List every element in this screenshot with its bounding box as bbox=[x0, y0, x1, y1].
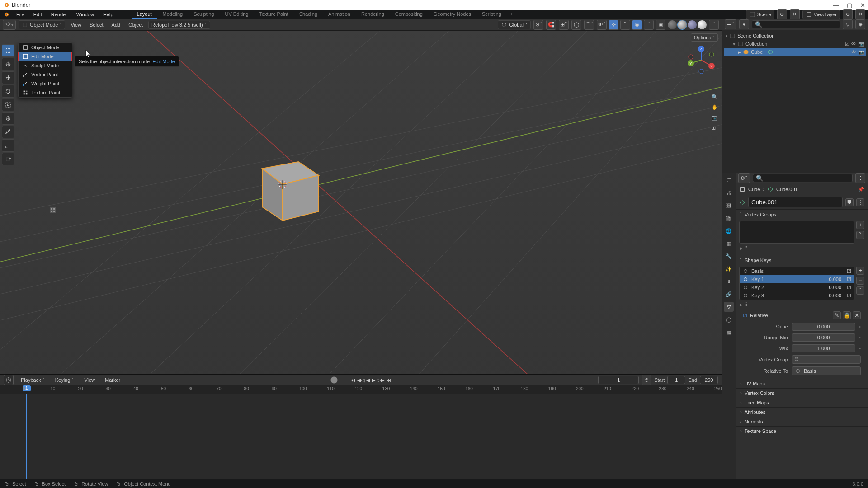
tab-material[interactable]: ◯ bbox=[724, 314, 734, 324]
wireframe-shading[interactable] bbox=[668, 20, 677, 29]
panel-texture-space-header[interactable]: ›Texture Space bbox=[736, 427, 868, 436]
orientation-selector[interactable]: Global ˅ bbox=[498, 20, 531, 29]
toolbar-collapse-icon[interactable] bbox=[49, 206, 57, 214]
solid-shading[interactable] bbox=[678, 20, 687, 29]
breadcrumb-obj[interactable]: Cube bbox=[748, 187, 760, 192]
tab-mesh-data[interactable]: ▽ bbox=[724, 302, 734, 312]
overlay-toggle[interactable]: ◉ bbox=[632, 20, 642, 30]
checkbox[interactable]: ☑ bbox=[847, 268, 851, 274]
list-item[interactable]: Key 2 0.000 ☑ bbox=[740, 283, 854, 291]
visibility-selector[interactable]: 👁˅ bbox=[597, 20, 607, 30]
mode-item-weight-paint[interactable]: Weight Paint bbox=[19, 79, 72, 88]
autokey-toggle[interactable] bbox=[330, 376, 338, 384]
prop-options[interactable]: ⋮ bbox=[855, 173, 865, 183]
add-button[interactable]: + bbox=[856, 267, 864, 275]
panel-face-maps-header[interactable]: ›Face Maps bbox=[736, 398, 868, 407]
pivot-selector[interactable]: ⊙˅ bbox=[533, 20, 543, 30]
editor-type-timeline[interactable] bbox=[4, 375, 14, 385]
tab-texture[interactable]: ▩ bbox=[724, 327, 734, 337]
pan-icon[interactable]: ✋ bbox=[712, 104, 718, 110]
jump-end-button[interactable]: ⏭ bbox=[386, 377, 391, 383]
prev-key-button[interactable]: ◀◁ bbox=[357, 377, 364, 383]
tab-compositing[interactable]: Compositing bbox=[390, 10, 428, 19]
relative-checkbox[interactable]: ☑ bbox=[743, 313, 747, 319]
shapekey-mute-icon[interactable]: ✕ bbox=[853, 311, 861, 319]
tab-scripting[interactable]: Scripting bbox=[476, 10, 507, 19]
tab-constraints[interactable]: 🔗 bbox=[724, 289, 734, 299]
shape-keys-list[interactable]: Basis ☑ Key 1 0.000 ☑ bbox=[739, 267, 854, 300]
cursor-tool[interactable] bbox=[2, 58, 14, 70]
tab-geometry-nodes[interactable]: Geometry Nodes bbox=[428, 10, 476, 19]
list-item[interactable]: Basis ☑ bbox=[740, 267, 854, 275]
pin-icon[interactable]: 📌 bbox=[858, 187, 864, 192]
menu-file[interactable]: File bbox=[13, 11, 28, 18]
data-menu-button[interactable]: ⋮ bbox=[856, 198, 864, 206]
panel-shape-keys-header[interactable]: ˅Shape Keys bbox=[736, 255, 868, 265]
render-icon[interactable]: 📷 bbox=[858, 49, 864, 55]
exclude-checkbox[interactable]: ☑ bbox=[845, 41, 849, 47]
xray-toggle[interactable]: ▣ bbox=[656, 20, 665, 30]
play-reverse-button[interactable]: ◀ bbox=[366, 377, 370, 383]
gizmo-toggle[interactable]: ⊹ bbox=[609, 20, 618, 30]
tab-world[interactable]: 🌐 bbox=[724, 226, 734, 236]
tab-viewlayer[interactable]: 🖼 bbox=[724, 201, 734, 211]
tab-animation[interactable]: Animation bbox=[323, 10, 356, 19]
menu-render[interactable]: Render bbox=[47, 11, 71, 18]
checkbox[interactable]: ☑ bbox=[847, 285, 851, 291]
frame-rate-icon[interactable]: ⏱ bbox=[642, 375, 651, 385]
relative-to-field[interactable]: Basis bbox=[792, 366, 861, 375]
properties-search[interactable] bbox=[753, 174, 853, 182]
tab-output[interactable]: 🖨 bbox=[724, 188, 734, 198]
camera-view-icon[interactable]: 📷 bbox=[712, 115, 718, 121]
scale-tool[interactable] bbox=[2, 99, 14, 111]
checkbox[interactable]: ☑ bbox=[847, 277, 851, 282]
tree-row-scene-collection[interactable]: ▪ Scene Collection bbox=[724, 32, 866, 40]
add-menu[interactable]: Add bbox=[109, 21, 123, 28]
viewlayer-new-button[interactable]: ⊕ bbox=[843, 9, 853, 19]
snap-selector[interactable]: ⊞˅ bbox=[559, 20, 569, 30]
viewlayer-selector[interactable]: ViewLayer bbox=[802, 10, 840, 19]
prop-type-selector[interactable]: ⚙˅ bbox=[738, 173, 750, 183]
current-frame-field[interactable]: 1 bbox=[598, 376, 639, 384]
shapekey-lock-icon[interactable]: 🔒 bbox=[843, 311, 851, 319]
tab-particles[interactable]: ✨ bbox=[724, 264, 734, 274]
mode-item-edit[interactable]: Edit Mode bbox=[19, 52, 72, 61]
keying-menu[interactable]: Keying ˅ bbox=[52, 376, 77, 384]
panel-uv-maps-header[interactable]: ›UV Maps bbox=[736, 379, 868, 388]
fake-user-button[interactable]: ⛊ bbox=[845, 198, 854, 206]
object-menu[interactable]: Object bbox=[126, 21, 146, 28]
playhead-line[interactable] bbox=[26, 394, 27, 479]
outliner-search[interactable] bbox=[752, 20, 840, 28]
tab-layout[interactable]: Layout bbox=[132, 10, 157, 19]
proportional-toggle[interactable]: ◯ bbox=[571, 20, 581, 30]
tree-row-cube[interactable]: ▸ Cube 👁 📷 bbox=[724, 48, 866, 56]
proportional-selector[interactable]: ⌒˅ bbox=[584, 20, 594, 30]
panel-vertex-groups-header[interactable]: ˅Vertex Groups bbox=[736, 210, 868, 219]
dropdown-button[interactable]: ˅ bbox=[856, 231, 864, 239]
tab-uv-editing[interactable]: UV Editing bbox=[219, 10, 254, 19]
select-menu[interactable]: Select bbox=[87, 21, 106, 28]
play-button[interactable]: ▶ bbox=[372, 377, 375, 383]
tab-modifiers[interactable]: 🔧 bbox=[724, 251, 734, 261]
view-menu[interactable]: View bbox=[68, 21, 84, 28]
value-field[interactable]: 0.000 bbox=[792, 323, 855, 331]
viewlayer-delete-button[interactable]: ✕ bbox=[855, 9, 865, 19]
eye-icon[interactable]: 👁 bbox=[851, 49, 856, 55]
close-button[interactable]: ✕ bbox=[860, 2, 865, 9]
viewport-options-button[interactable]: Options ˅ bbox=[691, 33, 718, 42]
keyframe-dot[interactable]: • bbox=[859, 335, 861, 340]
render-icon[interactable]: 📷 bbox=[858, 41, 864, 47]
snap-toggle[interactable]: 🧲 bbox=[546, 20, 556, 30]
addon-menu[interactable]: RetopoFlow 3.2.5 (self) ˅ bbox=[148, 21, 210, 29]
tab-scene[interactable]: 🎬 bbox=[724, 213, 734, 223]
remove-button[interactable]: − bbox=[856, 277, 864, 285]
add-button[interactable]: + bbox=[856, 221, 864, 229]
menu-edit[interactable]: Edit bbox=[30, 11, 46, 18]
start-frame-field[interactable]: 1 bbox=[667, 376, 685, 384]
eye-icon[interactable]: 👁 bbox=[851, 41, 856, 47]
timeline-ruler[interactable]: 1 01020304050607080901001101201301401501… bbox=[0, 385, 722, 394]
list-item[interactable]: Key 3 0.000 ☑ bbox=[740, 291, 854, 300]
panel-attributes-header[interactable]: ›Attributes bbox=[736, 408, 868, 417]
menu-help[interactable]: Help bbox=[99, 11, 117, 18]
mode-item-vertex-paint[interactable]: Vertex Paint bbox=[19, 70, 72, 79]
